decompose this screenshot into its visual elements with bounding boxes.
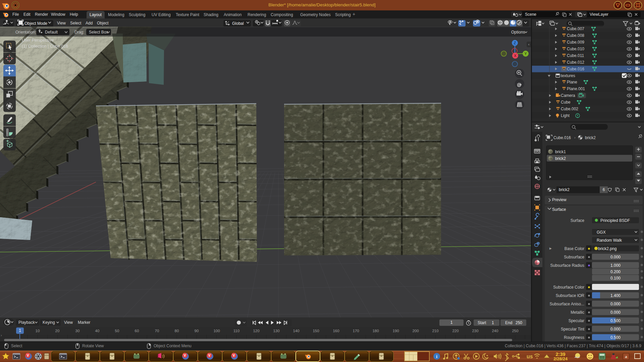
svg-text:i: i: [436, 354, 437, 359]
svg-text:2/28/24: 2/28/24: [553, 357, 568, 361]
svg-text:Cube.011: Cube.011: [567, 53, 584, 58]
svg-text:Cube.002: Cube.002: [561, 107, 578, 111]
svg-text:us: us: [527, 354, 533, 359]
svg-text:V: V: [184, 354, 186, 357]
svg-text:V: V: [208, 354, 211, 357]
svg-text:Camera: Camera: [561, 93, 575, 98]
svg-text:Cube.010: Cube.010: [567, 47, 584, 51]
svg-text:Light: Light: [561, 113, 570, 118]
svg-text:Plane: Plane: [567, 80, 577, 84]
svg-text:Cube.012: Cube.012: [567, 60, 584, 65]
svg-text:Y: Y: [524, 52, 527, 56]
svg-text:a: a: [625, 354, 627, 359]
svg-text:Cube.016: Cube.016: [567, 67, 584, 71]
svg-text:textures: textures: [561, 73, 575, 78]
svg-text:Z: Z: [514, 41, 516, 45]
svg-text:Cube: Cube: [561, 100, 571, 105]
svg-text:Plane.001: Plane.001: [567, 86, 585, 91]
svg-text:X: X: [514, 54, 516, 58]
svg-text:V: V: [27, 354, 29, 357]
svg-text:Cube.007: Cube.007: [567, 26, 584, 31]
svg-text:Cube.008: Cube.008: [567, 33, 584, 38]
svg-text:2:39: 2:39: [555, 352, 565, 357]
svg-text:V: V: [233, 354, 235, 357]
svg-text:Cube.009: Cube.009: [567, 40, 584, 45]
